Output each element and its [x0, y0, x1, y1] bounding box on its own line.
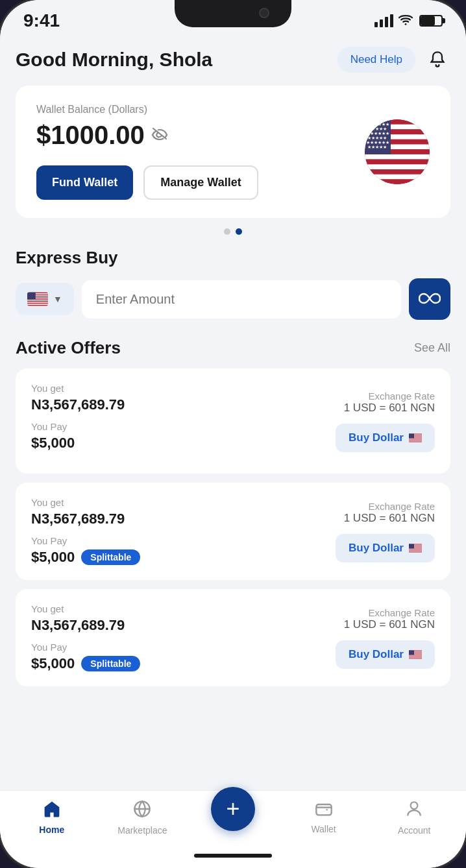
- signal-icon: [374, 14, 393, 27]
- wallet-nav-icon: [315, 801, 333, 821]
- active-offers-title: Active Offers: [16, 338, 121, 358]
- svg-rect-44: [409, 549, 422, 550]
- offer-card-3: You get N3,567,689.79 You Pay $5,000 Spl…: [16, 589, 450, 686]
- home-indicator-bar: [0, 854, 466, 868]
- status-time: 9:41: [23, 10, 60, 31]
- buy-dollar-button-3[interactable]: Buy Dollar: [336, 640, 435, 669]
- offer-left-1: You get N3,567,689.79 You Pay $5,000: [31, 383, 125, 459]
- svg-text:★★★★★★: ★★★★★★: [366, 122, 389, 127]
- svg-rect-56: [316, 804, 331, 815]
- wallet-balance-row: $1000.00: [36, 121, 258, 150]
- svg-rect-12: [365, 164, 430, 169]
- you-pay-label-2: You Pay: [31, 535, 140, 546]
- marketplace-nav-label: Marketplace: [117, 825, 167, 836]
- svg-rect-28: [27, 302, 48, 303]
- account-nav-label: Account: [398, 825, 431, 836]
- svg-rect-14: [365, 175, 430, 180]
- svg-text:★★★★★: ★★★★★: [367, 127, 387, 131]
- you-pay-value-1: $5,000: [31, 435, 125, 452]
- svg-rect-35: [409, 438, 422, 439]
- offer-card-1: You get N3,567,689.79 You Pay $5,000 Exc…: [16, 368, 450, 474]
- express-buy-button[interactable]: [409, 278, 450, 320]
- amount-input[interactable]: [82, 280, 401, 319]
- svg-point-57: [411, 802, 418, 809]
- nav-item-marketplace[interactable]: Marketplace: [97, 800, 188, 836]
- you-get-value-2: N3,567,689.79: [31, 511, 140, 527]
- greeting-text: Good Morning, Shola: [16, 49, 212, 71]
- buy-dollar-label-2: Buy Dollar: [349, 542, 404, 555]
- svg-text:★★★★★: ★★★★★: [367, 145, 387, 149]
- buy-dollar-label-1: Buy Dollar: [349, 431, 404, 444]
- currency-selector[interactable]: ▼: [16, 283, 74, 315]
- svg-point-0: [405, 23, 407, 25]
- manage-wallet-button[interactable]: Manage Wallet: [143, 165, 258, 200]
- wallet-balance-amount: $1000.00: [36, 121, 145, 150]
- svg-rect-10: [365, 154, 430, 160]
- account-icon: [406, 800, 423, 823]
- exchange-rate-2: 1 USD = 601 NGN: [344, 512, 435, 525]
- dot-1: [224, 228, 230, 235]
- currency-flag-mini: [27, 292, 48, 306]
- need-help-button[interactable]: Need Help: [337, 47, 415, 73]
- nav-item-account[interactable]: Account: [369, 800, 460, 836]
- you-get-value-3: N3,567,689.79: [31, 617, 140, 634]
- nav-item-home[interactable]: Home: [6, 801, 97, 835]
- svg-rect-36: [409, 439, 422, 440]
- splittable-badge-3: Splittable: [81, 656, 140, 671]
- svg-rect-46: [409, 544, 414, 548]
- battery-icon: [419, 15, 443, 27]
- express-buy-title: Express Buy: [16, 248, 450, 268]
- you-pay-label-3: You Pay: [31, 642, 140, 653]
- currency-flag: ★★★★★★ ★★★★★ ★★★★★★ ★★★★★ ★★★★★★ ★★★★★: [365, 119, 430, 184]
- svg-rect-37: [409, 440, 422, 441]
- svg-rect-11: [365, 160, 430, 165]
- header-actions: Need Help: [337, 47, 450, 73]
- offer-left-2: You get N3,567,689.79 You Pay $5,000 Spl…: [31, 497, 140, 566]
- dot-2: [236, 228, 242, 235]
- fund-wallet-button[interactable]: Fund Wallet: [36, 165, 133, 200]
- wallet-nav-label: Wallet: [311, 824, 336, 834]
- camera-indicator: [259, 8, 269, 18]
- infinity-icon: [419, 289, 441, 309]
- you-pay-row-3: $5,000 Splittable: [31, 655, 140, 672]
- exchange-rate-1: 1 USD = 601 NGN: [344, 402, 435, 415]
- exchange-info-3: Exchange Rate 1 USD = 601 NGN: [344, 607, 435, 631]
- splittable-badge-2: Splittable: [81, 549, 140, 565]
- status-icons: [374, 14, 443, 29]
- offers-header: Active Offers See All: [16, 338, 450, 358]
- svg-text:★★★★★★: ★★★★★★: [366, 131, 389, 136]
- hide-balance-icon[interactable]: [151, 127, 168, 144]
- svg-rect-4: [365, 125, 430, 130]
- fab-add-button[interactable]: +: [211, 787, 255, 831]
- svg-rect-3: [365, 119, 430, 125]
- offer-right-1: Exchange Rate 1 USD = 601 NGN Buy Dollar: [336, 391, 435, 452]
- exchange-label-1: Exchange Rate: [344, 391, 435, 402]
- svg-rect-51: [409, 655, 422, 655]
- you-get-label-1: You get: [31, 383, 125, 394]
- exchange-rate-3: 1 USD = 601 NGN: [344, 618, 435, 631]
- buy-dollar-label-3: Buy Dollar: [349, 648, 404, 661]
- you-pay-value-3: $5,000: [31, 655, 75, 672]
- main-content: Good Morning, Shola Need Help Wallet Bal…: [0, 36, 466, 790]
- you-pay-row-2: $5,000 Splittable: [31, 549, 140, 566]
- svg-rect-38: [409, 433, 414, 438]
- exchange-info-1: Exchange Rate 1 USD = 601 NGN: [344, 391, 435, 415]
- svg-rect-15: [365, 179, 430, 184]
- nav-item-wallet[interactable]: Wallet: [278, 801, 369, 834]
- offer-right-3: Exchange Rate 1 USD = 601 NGN Buy Dollar: [336, 607, 435, 669]
- offer-left-3: You get N3,567,689.79 You Pay $5,000 Spl…: [31, 603, 140, 672]
- express-buy-row: ▼: [16, 278, 450, 320]
- wifi-icon: [399, 14, 413, 29]
- you-pay-label-1: You Pay: [31, 421, 125, 432]
- see-all-link[interactable]: See All: [414, 341, 450, 355]
- home-nav-label: Home: [39, 825, 64, 835]
- wallet-buttons: Fund Wallet Manage Wallet: [36, 165, 258, 200]
- svg-rect-45: [409, 551, 422, 551]
- bottom-nav: Home Marketplace +: [0, 790, 466, 854]
- buy-dollar-button-1[interactable]: Buy Dollar: [336, 424, 435, 452]
- svg-rect-54: [409, 650, 414, 655]
- notification-bell-icon[interactable]: [424, 47, 450, 73]
- you-get-value-1: N3,567,689.79: [31, 396, 125, 413]
- buy-dollar-button-2[interactable]: Buy Dollar: [336, 534, 435, 562]
- home-icon: [43, 801, 61, 822]
